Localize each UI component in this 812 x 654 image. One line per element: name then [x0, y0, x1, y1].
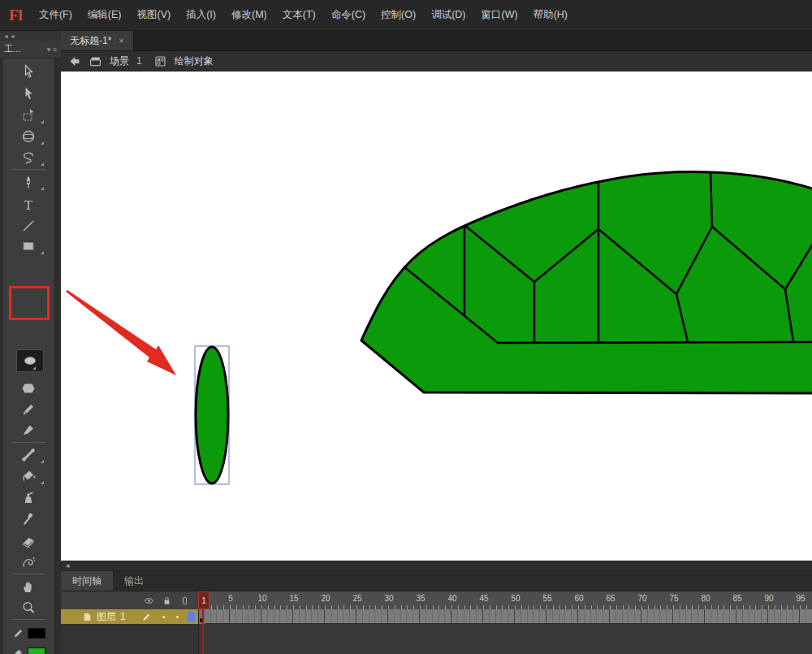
- document-tab-bar: 无标题-1* ×: [61, 31, 812, 51]
- show-hide-eye-icon[interactable]: [144, 596, 154, 606]
- toolbar-divider: [11, 169, 45, 170]
- zoom-tool[interactable]: [6, 598, 51, 617]
- oval-drawing-object[interactable]: [195, 346, 229, 484]
- subselection-tool[interactable]: [6, 84, 51, 103]
- pen-tool[interactable]: [6, 172, 51, 192]
- ruler-label-15: 15: [289, 594, 298, 603]
- annotation-arrow: [66, 290, 176, 375]
- eyedropper-tool[interactable]: [6, 509, 51, 528]
- layer-row[interactable]: 图层 1 • •: [61, 609, 198, 624]
- collapse-left-icon: ◄: [64, 562, 71, 570]
- stage-graphics: [61, 71, 812, 561]
- collapse-panel-button[interactable]: ◄◄: [0, 31, 61, 41]
- ruler-label-80: 80: [701, 594, 710, 603]
- menu-item-10[interactable]: 帮助(H): [532, 6, 569, 24]
- playhead[interactable]: 1: [198, 591, 209, 609]
- drawing-object-label: 绘制对象: [175, 54, 214, 68]
- ruler-label-45: 45: [479, 594, 488, 603]
- timeline-collapse-strip[interactable]: ◄: [61, 561, 812, 571]
- tab-close-icon[interactable]: ×: [119, 36, 123, 45]
- frame-ruler[interactable]: 1 5101520253035404550556065707580859095: [198, 591, 812, 609]
- globe-3d-icon: [20, 128, 37, 145]
- free-transform-tool[interactable]: [6, 106, 51, 125]
- tools-panel-header: 工... ▾ ≡: [0, 41, 61, 58]
- tab-timeline[interactable]: 时间轴: [61, 571, 113, 591]
- ruler-label-85: 85: [732, 594, 741, 603]
- playhead-line[interactable]: [202, 609, 204, 654]
- polystar-tool[interactable]: [6, 379, 51, 398]
- flash-logo: Fl: [9, 6, 23, 24]
- layer-column-header: [61, 591, 198, 609]
- oval-shape[interactable]: [196, 347, 228, 483]
- rectangle-tool[interactable]: [6, 236, 51, 256]
- ruler-label-90: 90: [764, 594, 773, 603]
- menu-item-7[interactable]: 控制(O): [379, 6, 417, 24]
- lock-icon[interactable]: [162, 596, 172, 606]
- ruler-label-25: 25: [352, 594, 361, 603]
- layer-visible-dot[interactable]: •: [162, 612, 166, 622]
- stage-canvas[interactable]: [61, 71, 812, 561]
- menu-item-6[interactable]: 命令(C): [330, 6, 367, 24]
- timeline-content: 图层 1 • • 1 51015202530354045: [61, 591, 812, 654]
- eraser-tool[interactable]: [6, 531, 51, 551]
- menu-item-0[interactable]: 文件(F): [37, 6, 74, 24]
- hand-tool[interactable]: [6, 577, 51, 596]
- text-tool[interactable]: T: [6, 195, 51, 214]
- back-arrow-icon[interactable]: [67, 54, 81, 68]
- fill-color-swatch[interactable]: [28, 648, 45, 654]
- brush-tool[interactable]: [6, 421, 51, 440]
- document-tab[interactable]: 无标题-1* ×: [61, 31, 134, 50]
- oval-tool-selected[interactable]: [16, 349, 44, 372]
- toolbar: T: [3, 58, 55, 654]
- pencil-tool[interactable]: [6, 400, 51, 419]
- selection-arrow-icon: [20, 63, 37, 80]
- menu-item-5[interactable]: 文本(T): [281, 6, 317, 24]
- bone-icon: [20, 447, 37, 463]
- scene-number: 1: [136, 55, 142, 67]
- hand-icon: [20, 578, 37, 595]
- stroke-color-swatch[interactable]: [28, 628, 45, 639]
- frames-area: 1 5101520253035404550556065707580859095: [198, 591, 812, 654]
- tools-panel-tab[interactable]: 工...: [4, 43, 20, 55]
- selection-tool[interactable]: [6, 62, 51, 81]
- deco-tool[interactable]: [6, 552, 51, 572]
- ruler-label-35: 35: [416, 594, 425, 603]
- ruler-label-75: 75: [669, 594, 678, 603]
- tab-output[interactable]: 输出: [113, 571, 155, 591]
- tools-dock: ◄◄ 工... ▾ ≡: [0, 31, 61, 654]
- panel-menu-icon[interactable]: ▾ ≡: [47, 45, 57, 54]
- stroke-color-control[interactable]: [6, 623, 51, 643]
- deco-spray-icon: [20, 554, 37, 570]
- menu-item-3[interactable]: 插入(I): [184, 6, 218, 24]
- oval-icon: [22, 353, 38, 369]
- menu-item-2[interactable]: 视图(V): [136, 6, 173, 24]
- eraser-icon: [20, 533, 37, 549]
- scene-label[interactable]: 场景: [110, 54, 129, 68]
- symbol-icon: [153, 54, 167, 68]
- menu-item-8[interactable]: 调试(D): [430, 6, 467, 24]
- fill-color-control[interactable]: [6, 643, 51, 654]
- eyedropper-icon: [20, 510, 37, 526]
- rotation-3d-tool[interactable]: [6, 127, 51, 146]
- turtle-shell-shape[interactable]: [361, 172, 812, 393]
- fill-bucket-icon: [12, 648, 24, 654]
- lasso-tool[interactable]: [6, 148, 51, 167]
- menu-item-1[interactable]: 编辑(E): [86, 6, 123, 24]
- layer-frames-row[interactable]: [198, 609, 812, 624]
- menu-item-4[interactable]: 修改(M): [230, 6, 269, 24]
- layer-lock-dot[interactable]: •: [176, 612, 179, 622]
- paint-bucket-tool[interactable]: [6, 466, 51, 486]
- line-tool[interactable]: [6, 216, 51, 236]
- layer-outline-color-swatch[interactable]: [188, 612, 195, 622]
- menu-item-9[interactable]: 窗口(W): [480, 6, 520, 24]
- ruler-label-40: 40: [447, 594, 456, 603]
- ruler-label-5: 5: [228, 594, 233, 603]
- bone-tool[interactable]: [6, 445, 51, 465]
- layer-number: 1: [120, 611, 126, 622]
- layer-name[interactable]: 图层: [97, 610, 116, 624]
- subselection-arrow-icon: [20, 85, 37, 102]
- ink-bottle-tool[interactable]: [6, 487, 51, 507]
- outline-column-icon[interactable]: [179, 596, 190, 606]
- menu-bar: Fl 文件(F)编辑(E)视图(V)插入(I)修改(M)文本(T)命令(C)控制…: [0, 0, 812, 31]
- rectangle-icon: [20, 238, 37, 254]
